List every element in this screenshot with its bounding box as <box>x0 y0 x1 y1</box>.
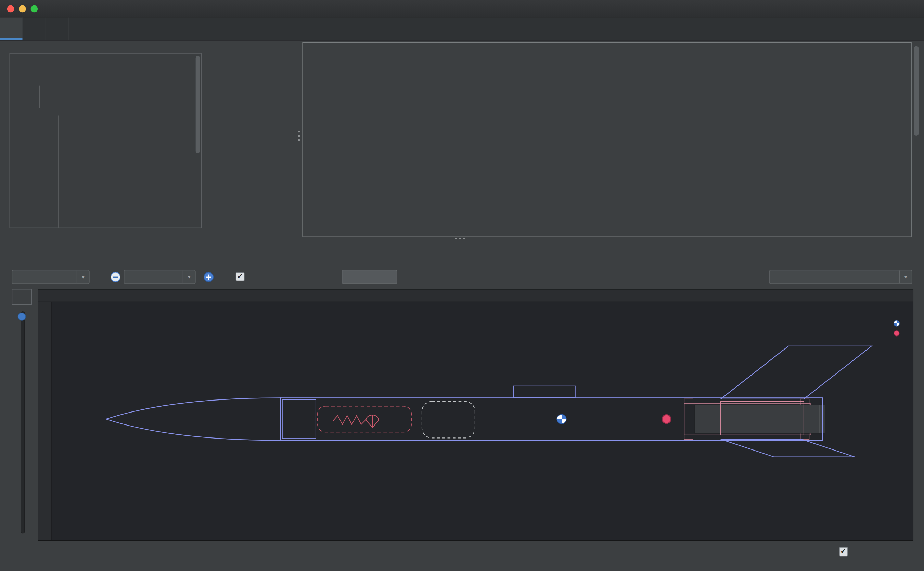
tab-flight-simulations[interactable] <box>46 18 69 40</box>
stage-sustainer-toggle[interactable] <box>342 270 397 284</box>
design-area <box>0 40 924 247</box>
rotation-angle-readout <box>12 289 32 305</box>
parachute-symbol <box>366 415 379 427</box>
action-buttons <box>205 40 289 247</box>
rocket-view[interactable] <box>38 289 913 540</box>
wadding-outline <box>422 401 475 438</box>
flight-configuration-select[interactable] <box>769 270 912 284</box>
zoom-select[interactable] <box>124 270 196 284</box>
rocket-drawing <box>106 346 872 457</box>
openrocket-window <box>0 0 924 571</box>
zoom-in-button[interactable] <box>203 272 214 282</box>
tab-rocket-design[interactable] <box>0 18 23 40</box>
add-component-content <box>303 43 911 236</box>
cp-icon <box>893 330 900 337</box>
show-cg-cp-checkbox[interactable] <box>236 273 249 281</box>
nose-cone-outline <box>106 398 280 440</box>
rotation-slider-knob[interactable] <box>18 313 26 321</box>
view-toolbar <box>0 247 924 289</box>
cg-marker <box>557 415 567 424</box>
vertical-splitter-handle[interactable] <box>298 131 300 141</box>
tab-motors-configuration[interactable] <box>23 18 46 40</box>
fin-upper <box>721 346 872 399</box>
motor <box>695 405 825 434</box>
chevron-down-icon <box>899 270 912 284</box>
chevron-down-icon <box>77 270 89 284</box>
component-tree <box>9 53 202 228</box>
add-component-panel <box>302 42 911 237</box>
checkbox-icon <box>236 273 245 281</box>
checkbox-icon <box>839 547 848 557</box>
fin-lower <box>721 439 855 457</box>
tree-scrollbar[interactable] <box>196 56 200 153</box>
show-warnings-checkbox[interactable] <box>839 547 852 557</box>
titlebar <box>0 0 924 18</box>
parachute-outline <box>317 406 411 432</box>
stability-readout <box>893 308 903 349</box>
rocket-canvas <box>38 289 913 540</box>
rotation-slider-track[interactable] <box>20 311 25 533</box>
view-type-select[interactable] <box>12 270 89 284</box>
window-scrollbar[interactable] <box>914 46 919 136</box>
zoom-out-button[interactable] <box>110 272 121 282</box>
screenshot-root <box>0 0 924 571</box>
shock-cord-line <box>333 415 366 424</box>
launch-lug-outline <box>513 386 575 398</box>
cp-marker <box>662 415 671 423</box>
tree-guide-line <box>39 86 40 108</box>
chevron-down-icon <box>183 270 195 284</box>
cg-icon <box>893 320 900 327</box>
horizontal-splitter-handle[interactable] <box>455 238 465 239</box>
tree-guide-line <box>58 116 59 228</box>
nose-shoulder-outline <box>282 400 316 438</box>
centering-ring-outline <box>684 399 693 439</box>
tab-bar <box>0 18 924 41</box>
tree-guide-line <box>20 69 21 75</box>
